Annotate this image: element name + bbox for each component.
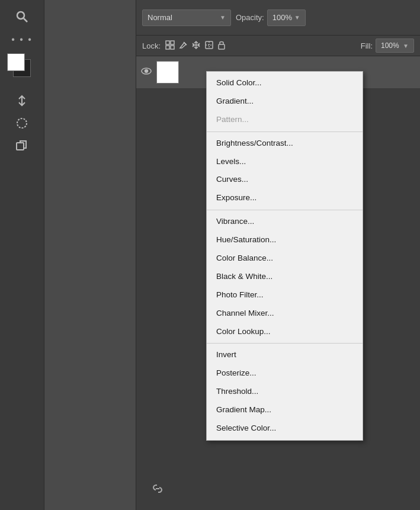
menu-item-selective-color[interactable]: Selective Color... <box>207 419 363 438</box>
svg-rect-13 <box>219 44 225 49</box>
svg-point-3 <box>17 118 27 128</box>
menu-item-black-white[interactable]: Black & White... <box>207 268 363 286</box>
dotted-circle-icon[interactable] <box>12 114 31 133</box>
foreground-color-swatch <box>7 53 25 71</box>
menu-item-color-lookup[interactable]: Color Lookup... <box>207 323 363 341</box>
duplicate-layers-icon[interactable] <box>12 136 31 155</box>
layer-visibility-icon[interactable] <box>141 67 152 78</box>
lock-pixels-icon[interactable] <box>165 40 175 52</box>
menu-section-color: Vibrance... Hue/Saturation... Color Bala… <box>207 210 363 344</box>
menu-section-special: Invert Posterize... Threshold... Gradien… <box>207 344 363 440</box>
svg-rect-4 <box>17 143 24 150</box>
menu-item-exposure[interactable]: Exposure... <box>207 189 363 207</box>
menu-item-levels[interactable]: Levels... <box>207 153 363 171</box>
svg-rect-5 <box>166 41 169 44</box>
lock-paint-icon[interactable] <box>178 40 188 52</box>
lock-label: Lock: <box>142 41 161 50</box>
menu-item-invert[interactable]: Invert <box>207 346 363 364</box>
opacity-arrow: ▼ <box>294 14 300 21</box>
fill-group: Fill: 100% ▼ <box>361 39 414 53</box>
lock-bar: Lock: <box>136 36 420 56</box>
menu-item-hue-saturation[interactable]: Hue/Saturation... <box>207 231 363 249</box>
menu-item-photo-filter[interactable]: Photo Filter... <box>207 286 363 304</box>
svg-rect-6 <box>171 41 174 44</box>
lock-artboard-icon[interactable] <box>204 40 214 52</box>
opacity-select[interactable]: 100% ▼ <box>267 9 306 26</box>
menu-item-posterize[interactable]: Posterize... <box>207 364 363 383</box>
menu-item-gradient[interactable]: Gradient... <box>207 92 363 111</box>
menu-item-brightness-contrast[interactable]: Brightness/Contrast... <box>207 134 363 153</box>
opacity-label: Opacity: <box>236 13 264 22</box>
opacity-group: Opacity: 100% ▼ <box>236 9 306 26</box>
svg-rect-8 <box>171 46 174 49</box>
fill-arrow: ▼ <box>403 43 409 49</box>
menu-item-threshold[interactable]: Threshold... <box>207 383 363 401</box>
svg-point-15 <box>145 70 148 73</box>
top-bar: Normal ▼ Opacity: 100% ▼ <box>136 0 420 36</box>
blend-mode-select[interactable]: Normal ▼ <box>142 9 231 26</box>
more-options-icon[interactable]: • • • <box>11 34 33 45</box>
left-toolbar: • • • <box>0 0 44 510</box>
menu-item-color-balance[interactable]: Color Balance... <box>207 249 363 268</box>
svg-point-0 <box>17 12 24 19</box>
adjustment-layer-dropdown: Solid Color... Gradient... Pattern... Br… <box>206 71 363 441</box>
menu-item-vibrance[interactable]: Vibrance... <box>207 213 363 231</box>
fill-value-text: 100% <box>381 41 399 50</box>
menu-item-solid-color[interactable]: Solid Color... <box>207 74 363 92</box>
menu-item-curves[interactable]: Curves... <box>207 171 363 189</box>
fill-label: Fill: <box>361 41 373 50</box>
menu-item-gradient-map[interactable]: Gradient Map... <box>207 401 363 419</box>
second-panel <box>44 0 136 510</box>
layer-thumbnail <box>156 61 179 84</box>
menu-item-pattern[interactable]: Pattern... <box>207 111 363 129</box>
lock-icons-group <box>165 40 226 52</box>
menu-item-channel-mixer[interactable]: Channel Mixer... <box>207 304 363 323</box>
fill-select[interactable]: 100% ▼ <box>376 39 414 53</box>
blend-mode-arrow: ▼ <box>220 14 226 21</box>
svg-rect-7 <box>166 46 169 49</box>
menu-section-tone: Brightness/Contrast... Levels... Curves.… <box>207 132 363 211</box>
lock-move-icon[interactable] <box>191 40 201 52</box>
arrange-icon[interactable] <box>12 91 31 110</box>
link-layers-icon[interactable] <box>151 482 164 498</box>
opacity-value-text: 100% <box>272 13 292 22</box>
blend-mode-value: Normal <box>148 13 172 22</box>
search-icon[interactable] <box>7 5 37 28</box>
menu-section-fill: Solid Color... Gradient... Pattern... <box>207 72 363 132</box>
lock-all-icon[interactable] <box>217 40 226 52</box>
svg-line-1 <box>24 18 27 22</box>
foreground-background-colors[interactable] <box>7 53 37 83</box>
